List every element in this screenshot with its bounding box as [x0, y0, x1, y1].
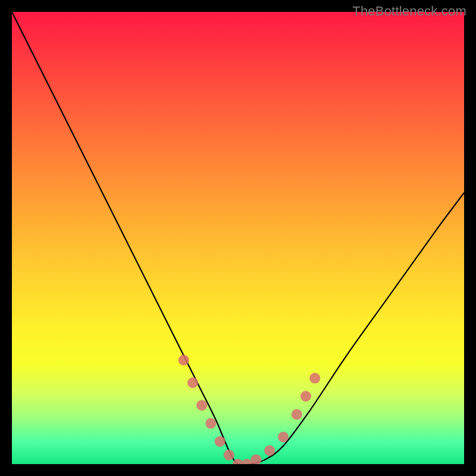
highlight-bead: [187, 377, 198, 388]
highlight-bead: [205, 418, 216, 429]
highlight-bead: [250, 454, 261, 464]
highlight-bead: [292, 409, 302, 419]
highlight-bead: [278, 431, 289, 442]
highlight-bead: [224, 450, 234, 461]
highlight-bead: [178, 355, 189, 365]
highlight-beads-group: [178, 355, 320, 464]
plot-area: [12, 12, 464, 464]
bottleneck-chart: [12, 12, 464, 464]
bottleneck-curve: [12, 12, 464, 464]
highlight-bead: [264, 445, 275, 456]
watermark-text: TheBottleneck.com: [352, 4, 466, 19]
highlight-bead: [196, 400, 207, 411]
highlight-bead: [300, 391, 311, 402]
highlight-bead: [309, 373, 320, 384]
highlight-bead: [215, 436, 226, 447]
chart-frame: TheBottleneck.com: [0, 0, 476, 476]
